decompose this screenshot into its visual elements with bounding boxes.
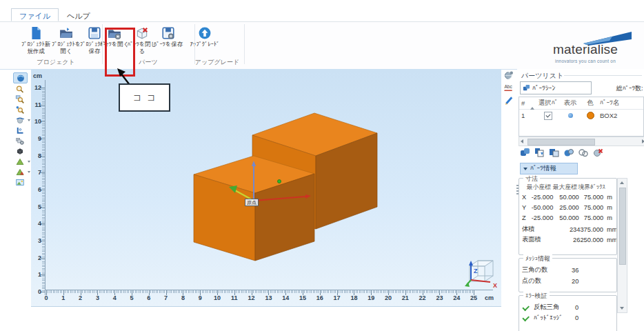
scene-dropdown[interactable]: ﾊﾟｰﾂｼｰﾝ xyxy=(520,81,592,94)
rotate-view-icon[interactable] xyxy=(13,115,26,125)
close-part-cube-icon xyxy=(135,26,149,40)
delete-part-icon[interactable] xyxy=(592,148,603,158)
title-rule xyxy=(564,75,642,76)
annotate-text-icon[interactable]: Abc xyxy=(503,82,515,93)
part-number: 1 xyxy=(519,112,530,119)
scene-dropdown-value: ﾊﾟｰﾂｼｰﾝ xyxy=(532,84,583,92)
tab-file[interactable]: ファイル xyxy=(11,8,59,21)
part-color-swatch[interactable] xyxy=(587,112,594,119)
viewport-3d[interactable]: 原点 cm 1211109876543210 cm 01234567891011… xyxy=(31,69,501,307)
h-ruler-number: 8 xyxy=(181,294,185,301)
group-label-project: プロジェクト xyxy=(11,58,101,67)
h-ruler-number: 10 xyxy=(214,294,221,301)
v-ruler-number: 5 xyxy=(31,203,41,210)
screenshot-icon[interactable] xyxy=(13,177,26,187)
h-ruler-number: 3 xyxy=(96,294,99,301)
new-project-button[interactable]: ﾌﾟﾛｼﾞｪｸﾄ新規作成 xyxy=(21,26,51,62)
selected-checkbox[interactable] xyxy=(544,112,552,120)
group-parts-icon[interactable] xyxy=(578,148,589,158)
merge-parts-icon[interactable] xyxy=(563,148,574,158)
inverted-triangles-row: 反転三角0 xyxy=(519,303,616,312)
parts-table: # 選択ﾊﾟ 表示 色 ﾊﾟｰﾂ名 1 BOX2 xyxy=(519,97,644,137)
v-ruler-number: 6 xyxy=(31,186,41,193)
v-ruler-number: 8 xyxy=(31,152,41,159)
dropdown-caret-icon[interactable] xyxy=(28,119,30,121)
mesh-info-group: ﾒｯｼｭ情報 三角の数36 点の数20 xyxy=(519,258,617,292)
triangle-view-icon[interactable] xyxy=(13,157,26,166)
model-canvas[interactable] xyxy=(31,69,501,306)
open-project-button[interactable]: ﾌﾟﾛｼﾞｪｸﾄを開く xyxy=(51,26,81,62)
zoom-selection-icon[interactable] xyxy=(13,105,26,114)
part-info-header[interactable]: ﾊﾟｰﾂ情報 xyxy=(520,163,578,174)
dimension-row-z: Z-25.00050.00075.000m xyxy=(519,214,616,221)
h-ruler-number: 4 xyxy=(113,294,117,301)
h-ruler-number: 7 xyxy=(164,294,168,301)
part-tools-icon[interactable] xyxy=(13,136,26,146)
ribbon: ﾌﾟﾛｼﾞｪｸﾄ新規作成 ﾌﾟﾛｼﾞｪｸﾄを開く ﾌﾟﾛｼﾞｪｸﾄを保存 ﾊﾟｰ… xyxy=(0,21,644,70)
h-ruler-number: 19 xyxy=(368,294,374,301)
h-ruler-number: 2 xyxy=(79,294,82,301)
point-marker xyxy=(278,180,281,183)
v-ruler-number: 11 xyxy=(31,101,41,108)
sort-icon[interactable] xyxy=(530,99,536,107)
shaded-view-icon[interactable] xyxy=(13,146,26,156)
col-visible[interactable]: 表示 xyxy=(560,99,581,108)
v-ruler-number: 12 xyxy=(31,84,41,91)
scrollbar-thumb[interactable] xyxy=(527,139,595,146)
measure-pencil-icon[interactable] xyxy=(503,94,515,106)
button-label: ﾊﾟｰﾂを保存 xyxy=(154,41,183,48)
check-icon xyxy=(523,315,528,321)
col-selected[interactable]: 選択ﾊﾟ xyxy=(536,99,560,108)
v-ruler-number: 9 xyxy=(31,135,41,142)
scroll-up-icon[interactable] xyxy=(620,181,624,184)
home-view-icon[interactable] xyxy=(13,72,28,83)
dropdown-caret-icon[interactable] xyxy=(28,161,30,163)
upgrade-button[interactable]: ｱｯﾌﾟｸﾞﾚｰﾄﾞ xyxy=(185,26,224,62)
point-count-row: 点の数20 xyxy=(519,277,616,285)
logo-tagline: innovators you can count on xyxy=(555,59,616,63)
origin-label: 原点 xyxy=(245,199,259,206)
menu-tabbar: ファイル ヘルプ xyxy=(11,8,99,21)
measure-icon[interactable] xyxy=(13,126,26,135)
col-name[interactable]: ﾊﾟｰﾂ名 xyxy=(600,99,643,108)
cube-z-label: Z xyxy=(474,268,478,274)
add-parts-icon[interactable] xyxy=(520,148,531,158)
h-ruler-number: 13 xyxy=(265,294,272,301)
col-color[interactable]: 色 xyxy=(581,99,600,108)
triangle-repair-icon[interactable] xyxy=(13,167,26,177)
col-number[interactable]: # xyxy=(519,99,530,107)
dimensions-title: 寸法 xyxy=(523,174,540,183)
scroll-left-icon[interactable] xyxy=(521,139,523,143)
scrollbar-thumb[interactable] xyxy=(619,188,626,265)
zoom-in-icon[interactable] xyxy=(13,84,26,94)
vertical-scrollbar[interactable] xyxy=(617,178,627,313)
dimension-row-y: Y-50.00025.00075.000m xyxy=(519,204,616,211)
col-min: 最小座標 xyxy=(519,183,551,192)
part-row[interactable]: 1 BOX2 xyxy=(519,110,643,121)
dimension-row-x: X-25.00050.00075.000m xyxy=(519,194,616,201)
button-label: ﾌﾟﾛｼﾞｪｸﾄを開く xyxy=(51,41,81,55)
save-part-button[interactable]: ﾊﾟｰﾂを保存 xyxy=(153,26,183,62)
total-parts-label: 総ﾊﾟｰﾂ数: 1 xyxy=(616,84,644,93)
h-ruler-unit: cm xyxy=(485,294,494,301)
copy-parts-icon[interactable] xyxy=(534,148,545,158)
h-ruler-number: 0 xyxy=(44,294,48,301)
tab-help[interactable]: ヘルプ xyxy=(59,8,99,21)
view-settings-icon[interactable] xyxy=(503,70,515,81)
error-check-group: ｴﾗｰ検証 反転三角0 ﾊﾞｯﾄﾞｴｯｼﾞ0 xyxy=(519,295,617,331)
duplicate-parts-icon[interactable] xyxy=(549,148,560,158)
group-separator xyxy=(102,24,103,64)
scroll-down-icon[interactable] xyxy=(620,307,624,310)
bad-edges-row: ﾊﾞｯﾄﾞｴｯｼﾞ0 xyxy=(519,314,616,321)
zoom-window-icon[interactable] xyxy=(13,94,26,104)
orientation-cube[interactable]: Z X xyxy=(464,254,501,291)
parts-table-header: # 選択ﾊﾟ 表示 色 ﾊﾟｰﾂ名 xyxy=(519,97,643,110)
parts-actions-toolbar xyxy=(520,148,603,158)
h-ruler-number: 14 xyxy=(282,294,289,301)
h-ruler-number: 20 xyxy=(385,294,392,301)
dropdown-caret-icon[interactable] xyxy=(28,171,30,173)
error-check-title: ｴﾗｰ検証 xyxy=(523,292,550,301)
materialise-logo: materialise innovators you can count on xyxy=(550,30,640,66)
visibility-icon[interactable] xyxy=(568,113,573,118)
horizontal-scrollbar[interactable] xyxy=(519,137,644,146)
